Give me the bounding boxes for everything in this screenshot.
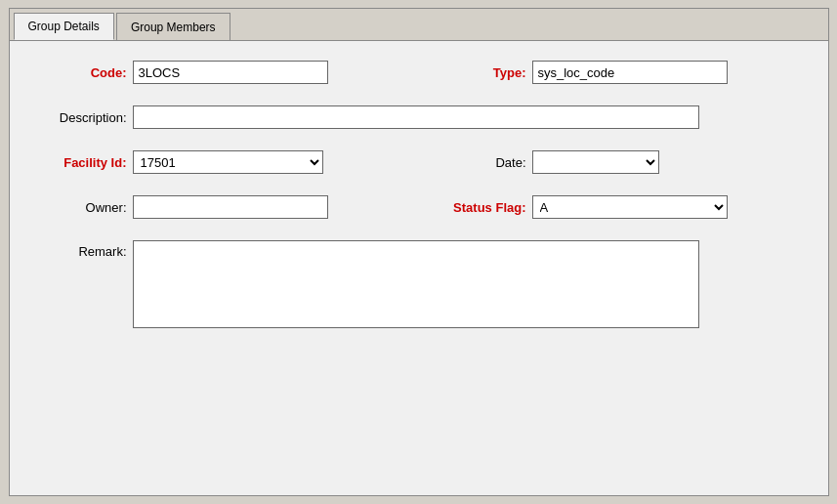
- owner-input[interactable]: [133, 195, 328, 219]
- field-group-type: Type:: [390, 61, 799, 84]
- field-group-owner: Owner:: [39, 195, 390, 219]
- owner-label: Owner:: [39, 200, 127, 215]
- code-label: Code:: [39, 65, 127, 80]
- code-input[interactable]: [133, 61, 328, 84]
- type-input: [532, 61, 728, 84]
- field-group-date: Date:: [390, 150, 799, 174]
- field-group-description: Description:: [39, 105, 799, 129]
- date-select[interactable]: [532, 150, 659, 174]
- tab-group-members[interactable]: Group Members: [116, 13, 230, 40]
- description-input[interactable]: [133, 105, 699, 129]
- status-flag-label: Status Flag:: [448, 200, 526, 215]
- tab-group-details-label: Group Details: [28, 20, 100, 33]
- facility-id-label: Facility Id:: [39, 155, 127, 170]
- row-description: Description:: [39, 105, 799, 129]
- status-flag-select[interactable]: A I: [532, 195, 728, 219]
- tab-content: Code: Type: Description: Facility Id: 17…: [10, 41, 828, 495]
- field-group-facility: Facility Id: 17501: [39, 150, 390, 174]
- remark-label: Remark:: [39, 240, 127, 259]
- row-facility-date: Facility Id: 17501 Date:: [39, 150, 799, 174]
- main-window: Group Details Group Members Code: Type: …: [9, 8, 829, 496]
- field-group-code: Code:: [39, 61, 390, 84]
- description-label: Description:: [39, 110, 127, 125]
- tab-bar: Group Details Group Members: [10, 9, 828, 41]
- row-owner-status: Owner: Status Flag: A I: [39, 195, 799, 219]
- type-label: Type:: [448, 65, 526, 80]
- tab-group-details[interactable]: Group Details: [14, 13, 114, 40]
- remark-textarea[interactable]: [133, 240, 699, 328]
- facility-id-select[interactable]: 17501: [133, 150, 323, 174]
- field-group-status: Status Flag: A I: [390, 195, 799, 219]
- tab-group-members-label: Group Members: [131, 21, 216, 34]
- date-label: Date:: [448, 155, 526, 170]
- row-remark: Remark:: [39, 240, 799, 328]
- row-code-type: Code: Type:: [39, 61, 799, 84]
